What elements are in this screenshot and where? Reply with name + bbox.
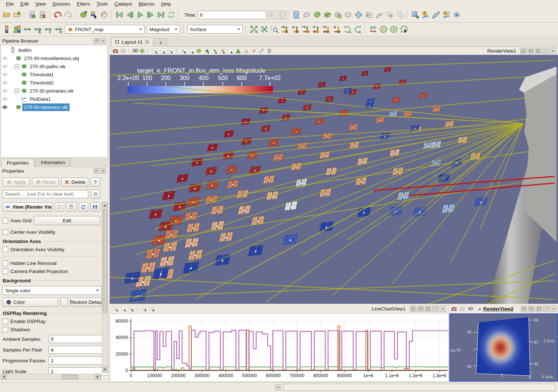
menu-sources[interactable]: Sources <box>49 1 73 7</box>
view-minus-y-icon[interactable]: -Y <box>311 24 321 34</box>
rotate-pan-icon[interactable] <box>389 24 399 34</box>
samples-per-pixel-input[interactable] <box>49 346 108 354</box>
split-vertical-view-button[interactable] <box>528 306 535 312</box>
new-layout-tab[interactable]: + <box>154 39 167 46</box>
float-panel-button[interactable] <box>94 38 99 44</box>
plot-over-line-icon[interactable] <box>431 10 441 20</box>
search-options-gear-icon[interactable] <box>90 189 100 199</box>
menu-edit[interactable]: Edit <box>17 1 32 7</box>
close-tab-icon[interactable] <box>145 40 149 44</box>
sel-tri-icon[interactable]: △ <box>180 47 187 54</box>
visibility-eye-icon[interactable] <box>1 80 9 86</box>
tab-information[interactable]: Information <box>35 158 70 167</box>
glyph-icon[interactable] <box>353 10 364 20</box>
edit-color-map-icon[interactable] <box>12 24 22 34</box>
extract-subset-icon[interactable] <box>343 10 353 20</box>
render-view-2-canvas[interactable]: 88Z Axis 87868887Z Axis86Y Axis6 <box>450 314 557 381</box>
contour-icon[interactable] <box>301 10 312 20</box>
open-icon[interactable] <box>1 10 12 20</box>
scrollbar-thumb[interactable] <box>103 209 107 313</box>
sel-hover-icon[interactable]: · <box>227 47 234 54</box>
rescale-visible-icon[interactable] <box>53 24 64 34</box>
sel-dots-icon[interactable]: ∴ <box>188 47 195 54</box>
properties-search-input[interactable] <box>3 190 88 198</box>
ungroup-icon[interactable] <box>395 10 405 20</box>
axes-grid-checkbox[interactable] <box>3 218 8 223</box>
progressive-passes-input[interactable] <box>49 356 108 365</box>
scalar-bar-icon[interactable] <box>1 24 12 34</box>
sel-minus-icon[interactable]: − <box>159 47 166 54</box>
split-horizontal-view-button[interactable] <box>521 306 527 312</box>
pipeline-item-builtin-[interactable]: builtin: <box>1 46 108 54</box>
adjust-camera-icon[interactable] <box>368 24 378 34</box>
maximize-view-button[interactable] <box>535 48 541 54</box>
close-panel-button[interactable] <box>100 168 106 174</box>
sel-minus-icon[interactable]: − <box>120 305 127 312</box>
render-view-2[interactable]: 88Z Axis 87868887Z Axis86Y Axis6 <box>449 313 558 382</box>
slice-icon[interactable] <box>322 10 333 20</box>
abort-progress-button[interactable] <box>275 384 281 391</box>
sel-plus-icon[interactable]: + <box>151 47 159 54</box>
scroll-down-arrow[interactable] <box>102 367 108 372</box>
background-color-dropdown[interactable] <box>60 298 68 307</box>
pipeline-item-plotdata1[interactable]: PlotData1 <box>1 95 108 103</box>
extract-block-icon[interactable] <box>410 10 420 20</box>
stream-tracer-icon[interactable] <box>364 10 374 20</box>
menu-help[interactable]: Help <box>158 1 174 7</box>
zoom-to-box-icon[interactable] <box>270 24 280 34</box>
hidden-line-removal-checkbox[interactable] <box>3 260 8 266</box>
center-axes-visibility-checkbox[interactable] <box>3 229 8 235</box>
visibility-eye-icon[interactable] <box>1 55 9 61</box>
view-plus-y-icon[interactable]: +Y <box>301 24 311 34</box>
link-camera-icon[interactable] <box>458 305 466 312</box>
render-view-1-canvas[interactable]: target_e_FRONT_in.flux_atm_loss Magnitud… <box>110 55 558 304</box>
sel-clear-icon[interactable]: ✕ <box>148 305 156 312</box>
save-defaults-button[interactable] <box>90 202 100 212</box>
float-view-button[interactable] <box>432 306 439 312</box>
vcr-loop-icon[interactable] <box>166 10 176 20</box>
time-input[interactable] <box>198 11 266 19</box>
help-button[interactable]: ? <box>90 177 100 187</box>
properties-horizontal-scrollbar[interactable] <box>1 374 101 380</box>
enable-ospray-checkbox[interactable] <box>3 319 8 324</box>
layout-tab[interactable]: Layout #1 <box>111 37 153 46</box>
glyph-custom-source-icon[interactable] <box>452 10 462 20</box>
view-minus-x-icon[interactable]: -X <box>290 24 301 34</box>
sel-plus-icon[interactable]: + <box>112 305 119 312</box>
float-view-button[interactable] <box>542 48 549 54</box>
rescale-custom-icon[interactable]: C <box>33 24 43 34</box>
visibility-eye-icon[interactable] <box>1 88 9 94</box>
close-view-button[interactable] <box>550 48 556 54</box>
renderview1-title[interactable]: RenderView1 <box>483 48 520 54</box>
query-help-icon[interactable]: ·? <box>250 47 257 54</box>
menu-view[interactable]: View <box>32 1 49 7</box>
menu-tools[interactable]: Tools <box>93 1 110 7</box>
linechart-title[interactable]: LineChartView1 <box>368 306 409 312</box>
rotate-90-ccw-icon[interactable]: -90 <box>353 24 363 34</box>
pipeline-item-270-30-miscellaneous-obj[interactable]: 270-30-miscellaneous.obj <box>1 54 108 62</box>
menu-file[interactable]: File <box>3 1 17 7</box>
edit-pencil-icon[interactable] <box>258 47 265 54</box>
view-plus-x-icon[interactable]: +X <box>280 24 290 34</box>
calculator-icon[interactable] <box>291 10 301 20</box>
sel-int-cells-icon[interactable]: ✚ <box>211 47 218 54</box>
axes-grid-edit-button[interactable]: Edit <box>34 216 100 225</box>
vcr-last-icon[interactable] <box>156 10 166 20</box>
connect-icon[interactable] <box>27 10 37 20</box>
view-properties-selector[interactable]: View (Render Vie <box>3 202 52 212</box>
vcr-first-icon[interactable] <box>114 10 125 20</box>
float-view-button[interactable] <box>543 306 549 312</box>
camera-parallel-projection-checkbox[interactable] <box>3 269 8 274</box>
disconnect-icon[interactable] <box>37 10 48 20</box>
representation-combo[interactable]: Surface <box>187 25 243 34</box>
plot-selection-over-time-icon[interactable] <box>441 10 452 20</box>
shadows-checkbox[interactable] <box>3 327 8 332</box>
background-mode-combo[interactable]: Single color <box>3 286 102 295</box>
select-colors-icon[interactable] <box>89 10 99 20</box>
scroll-right-arrow[interactable] <box>95 374 100 379</box>
pipeline-item-threshold2[interactable]: Threshold2 <box>1 79 108 87</box>
split-vertical-view-button[interactable] <box>417 306 424 312</box>
tab-properties[interactable]: Properties <box>1 159 34 167</box>
vcr-back-icon[interactable] <box>125 10 135 20</box>
tree-expander[interactable] <box>14 64 19 69</box>
